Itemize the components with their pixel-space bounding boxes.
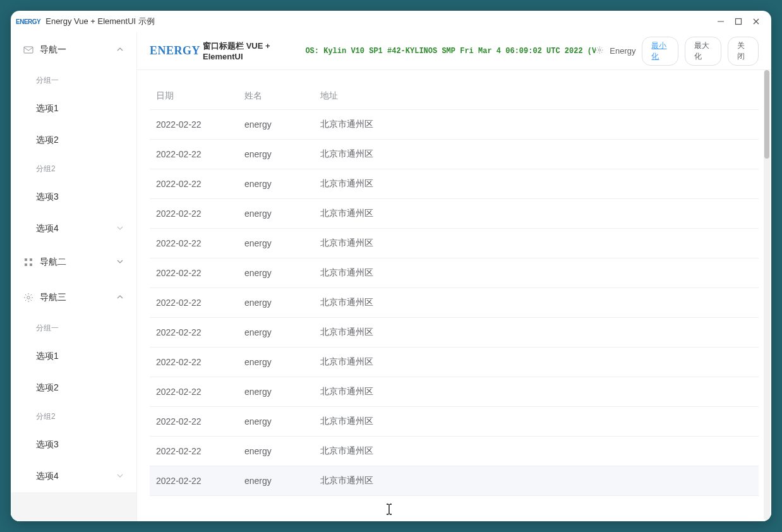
data-table: 日期 姓名 地址 2022-02-22energy北京市通州区2022-02-2… [150,83,759,496]
cell-date: 2022-02-22 [150,229,238,258]
sidebar-nav1-opt1[interactable]: 选项1 [11,93,136,124]
table-row[interactable]: 2022-02-22energy北京市通州区 [150,348,759,377]
cell-date: 2022-02-22 [150,437,238,466]
cell-name: energy [238,318,314,348]
table-row[interactable]: 2022-02-22energy北京市通州区 [150,318,759,348]
cell-address: 北京市通州区 [314,377,759,407]
cell-date: 2022-02-22 [150,169,238,199]
cell-name: energy [238,229,314,258]
chevron-up-icon [116,45,124,55]
cell-name: energy [238,377,314,407]
window-maximize-button[interactable] [730,13,747,30]
col-header-address[interactable]: 地址 [314,83,759,110]
svg-rect-5 [25,258,27,261]
svg-point-10 [598,49,600,51]
cell-address: 北京市通州区 [314,199,759,229]
cell-address: 北京市通州区 [314,258,759,288]
cell-address: 北京市通州区 [314,437,759,466]
svg-point-9 [27,296,30,299]
cell-name: energy [238,140,314,169]
minimize-button[interactable]: 最小化 [642,37,678,66]
col-header-date[interactable]: 日期 [150,83,238,110]
window-minimize-button[interactable] [712,13,730,30]
app-logo-small: ENERGY [16,18,40,25]
header-subtitle: 窗口标题栏 VUE + ElementUI [203,40,303,61]
sidebar-nav3-opt4[interactable]: 选项4 [11,461,136,492]
scrollbar-thumb[interactable] [764,70,769,159]
col-header-name[interactable]: 姓名 [238,83,314,110]
table-row[interactable]: 2022-02-22energy北京市通州区 [150,110,759,140]
cell-address: 北京市通州区 [314,140,759,169]
cell-address: 北京市通州区 [314,288,759,318]
svg-rect-1 [736,19,742,25]
sidebar-item-label: 选项2 [36,382,59,394]
sidebar-nav1-opt3[interactable]: 选项3 [11,181,136,213]
sidebar-nav1-label: 导航一 [40,44,66,56]
chevron-down-icon [116,257,124,267]
table-row[interactable]: 2022-02-22energy北京市通州区 [150,169,759,199]
sidebar-nav2[interactable]: 导航二 [11,245,136,280]
table-row[interactable]: 2022-02-22energy北京市通州区 [150,140,759,169]
table-row[interactable]: 2022-02-22energy北京市通州区 [150,229,759,258]
maximize-button[interactable]: 最大化 [685,37,721,66]
sidebar-nav3-label: 导航三 [40,292,66,303]
sidebar-nav3-group1: 分组一 [11,315,136,341]
sidebar-nav3[interactable]: 导航三 [11,280,136,315]
sidebar-nav1-opt2[interactable]: 选项2 [11,124,136,156]
cell-date: 2022-02-22 [150,199,238,229]
table-header-row: 日期 姓名 地址 [150,83,759,110]
sidebar-item-label: 选项1 [36,351,59,362]
sidebar-item-label: 选项4 [36,471,59,482]
sidebar-nav1-group1: 分组一 [11,68,136,93]
cell-date: 2022-02-22 [150,348,238,377]
cell-date: 2022-02-22 [150,377,238,407]
sidebar-nav3-opt1[interactable]: 选项1 [11,341,136,372]
cell-name: energy [238,258,314,288]
cell-name: energy [238,169,314,199]
cell-name: energy [238,110,314,140]
cell-date: 2022-02-22 [150,258,238,288]
table-row[interactable]: 2022-02-22energy北京市通州区 [150,288,759,318]
chevron-down-icon [116,471,124,481]
cell-date: 2022-02-22 [150,466,238,496]
chevron-up-icon [116,293,124,303]
header-energy-label: Energy [610,46,635,56]
sidebar-nav1[interactable]: 导航一 [11,32,136,68]
sidebar-item-label: 选项3 [36,191,59,203]
cell-date: 2022-02-22 [150,318,238,348]
table-row[interactable]: 2022-02-22energy北京市通州区 [150,199,759,229]
sidebar-nav1-opt4[interactable]: 选项4 [11,213,136,245]
minimize-button-label: 最小化 [651,41,666,61]
sidebar-item-label: 选项2 [36,135,59,146]
cell-name: energy [238,199,314,229]
scrollbar-track[interactable] [764,70,770,520]
cell-address: 北京市通州区 [314,169,759,199]
cell-date: 2022-02-22 [150,288,238,318]
cell-date: 2022-02-22 [150,140,238,169]
titlebar: ENERGY Energy Vue + ElementUI 示例 [11,11,771,32]
minimize-icon [717,18,725,25]
gear-icon[interactable] [596,46,603,56]
close-icon [752,18,760,25]
table-row[interactable]: 2022-02-22energy北京市通州区 [150,466,759,496]
table-row[interactable]: 2022-02-22energy北京市通州区 [150,437,759,466]
close-button[interactable]: 关闭 [728,37,759,66]
gear-icon [23,293,33,303]
cell-date: 2022-02-22 [150,110,238,140]
window-close-button[interactable] [747,13,765,30]
cell-name: energy [238,437,314,466]
sidebar-nav3-opt2[interactable]: 选项2 [11,372,136,404]
table-row[interactable]: 2022-02-22energy北京市通州区 [150,258,759,288]
cell-address: 北京市通州区 [314,348,759,377]
cell-name: energy [238,348,314,377]
sidebar-nav1-group2: 分组2 [11,156,136,181]
grid-icon [23,257,33,267]
table-row[interactable]: 2022-02-22energy北京市通州区 [150,407,759,437]
os-info: OS: Kylin V10 SP1 #42-KYLINOS SMP Fri Ma… [305,47,595,56]
cell-address: 北京市通州区 [314,318,759,348]
svg-rect-8 [30,263,32,266]
sidebar-nav3-opt3[interactable]: 选项3 [11,429,136,461]
sidebar-nav2-label: 导航二 [40,257,66,268]
main-area: ENERGY 窗口标题栏 VUE + ElementUI OS: Kylin V… [137,32,771,521]
table-row[interactable]: 2022-02-22energy北京市通州区 [150,377,759,407]
